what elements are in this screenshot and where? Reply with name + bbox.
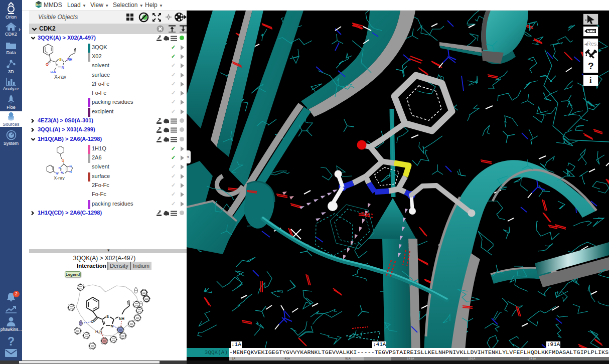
svg-text:X-ray: X-ray (54, 175, 65, 180)
svg-text:N: N (70, 170, 72, 173)
svg-text:N: N (70, 165, 72, 168)
svg-text:N: N (56, 172, 58, 175)
svg-text:MMDS: MMDS (36, 4, 42, 7)
svg-text:S: S (59, 57, 62, 62)
svg-text:O: O (62, 159, 64, 162)
svg-text:X-ray: X-ray (54, 74, 66, 80)
svg-text:N: N (61, 171, 63, 174)
svg-text:O: O (46, 62, 49, 67)
svg-text:N: N (111, 324, 113, 328)
svg-text:N: N (59, 166, 61, 169)
svg-text:O: O (91, 319, 94, 324)
svg-text:N: N (62, 65, 64, 70)
svg-text:NH: NH (119, 316, 124, 321)
svg-text:NH: NH (67, 58, 72, 61)
svg-text:H₂N: H₂N (51, 71, 56, 74)
svg-text:S: S (106, 314, 109, 319)
